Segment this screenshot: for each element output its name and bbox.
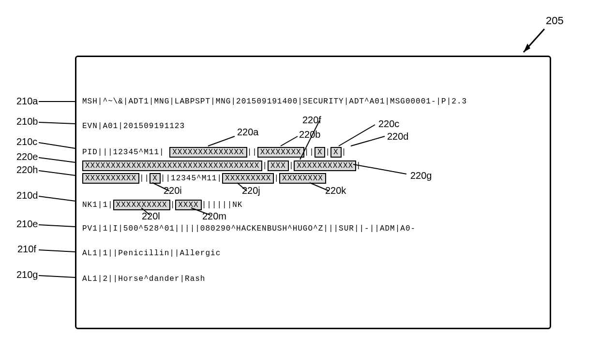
h-sep-1: || xyxy=(139,174,150,183)
redaction-220g: XXXXXXXXXXX xyxy=(294,160,356,171)
h-sep-3: | xyxy=(274,174,279,183)
leader-210a xyxy=(39,100,77,103)
seg-pid-cont2: XXXXXXXXXX||X||12345^M11|XXXXXXXXX|XXXXX… xyxy=(82,173,326,184)
redaction-220i: X xyxy=(150,173,161,184)
label-220f: 220f xyxy=(302,115,321,126)
seg-pv1: PV1|1|I|500^528^01|||||080290^HACKENBUSH… xyxy=(82,224,416,233)
label-220c: 220c xyxy=(378,118,399,130)
label-220g: 220g xyxy=(410,170,432,181)
message-frame: MSH|^~\&|ADT1|MNG|LABPSPT|MNG|2015091914… xyxy=(75,56,551,329)
redaction-220j: XXXXXXXXX xyxy=(222,173,274,184)
redaction-220l: XXXXXXXXXX xyxy=(113,200,170,210)
redaction-220e: XXXXXXXXXXXXXXXXXXXXXXXXXXXXXXXXXX xyxy=(82,160,262,171)
label-210f: 210f xyxy=(17,244,36,255)
redaction-220b: XXXXXXXX xyxy=(257,147,304,158)
nk-sep-1: | xyxy=(170,201,176,209)
redaction-220c: X xyxy=(315,147,326,158)
label-220d: 220d xyxy=(387,131,409,142)
label-220h: 220h xyxy=(16,164,38,175)
leader-210f xyxy=(39,248,77,254)
seg-pid-cont1: XXXXXXXXXXXXXXXXXXXXXXXXXXXXXXXXXX|XXX|X… xyxy=(82,160,361,171)
label-220b: 220b xyxy=(299,129,321,140)
label-210e: 210e xyxy=(16,218,38,230)
e-sep-1: | xyxy=(262,161,268,170)
seg-pid: PID|||12345^M11| XXXXXXXXXXXXXX||XXXXXXX… xyxy=(82,147,346,158)
label-220j: 220j xyxy=(242,185,260,196)
redaction-220f: XXX xyxy=(268,160,289,171)
leader-210e xyxy=(39,223,77,229)
e-sep-3: | xyxy=(356,161,361,170)
label-220m: 220m xyxy=(202,211,226,222)
label-220i: 220i xyxy=(164,185,182,196)
redaction-220m: XXXX xyxy=(175,200,201,210)
seg-al1-2: AL1|2||Horse^dander|Rash xyxy=(82,275,205,283)
leader-210g xyxy=(39,274,77,279)
e-sep-2: | xyxy=(289,161,294,170)
label-210g: 210g xyxy=(16,269,38,280)
label-210c: 210c xyxy=(16,136,37,147)
redaction-220a: XXXXXXXXXXXXXX xyxy=(169,147,247,158)
label-210d: 210d xyxy=(16,190,38,201)
figure-ref-arrow xyxy=(518,24,552,58)
redaction-220d: X xyxy=(330,147,342,158)
label-220a: 220a xyxy=(237,127,259,138)
pid-sep-3: | xyxy=(325,148,330,157)
pid-prefix: PID|||12345^M11| xyxy=(82,148,165,157)
h-sep-2: ||12345^M11| xyxy=(161,174,222,183)
seg-al1-1: AL1|1||Penicillin||Allergic xyxy=(82,249,221,258)
label-210a: 210a xyxy=(16,96,38,107)
seg-nk1: NK1|1|XXXXXXXXXX|XXXX||||||NK xyxy=(82,200,242,210)
label-210b: 210b xyxy=(16,116,38,127)
leader-210c xyxy=(39,141,77,150)
pid-sep-4: | xyxy=(342,148,347,157)
label-220l: 220l xyxy=(142,211,160,222)
leader-220h xyxy=(39,169,77,177)
leader-210b xyxy=(39,120,77,125)
nk-post: ||||||NK xyxy=(202,201,243,209)
seg-evn: EVN|A01|201509191123 xyxy=(82,122,185,131)
redaction-220h: XXXXXXXXXX xyxy=(82,173,139,184)
nk-prefix: NK1|1| xyxy=(82,201,113,209)
label-220e: 220e xyxy=(16,151,38,162)
leader-220e xyxy=(39,156,77,164)
pid-sep-2: || xyxy=(304,148,315,157)
seg-msh: MSH|^~\&|ADT1|MNG|LABPSPT|MNG|2015091914… xyxy=(82,97,467,106)
leader-210d xyxy=(39,194,77,203)
pid-sep-1: || xyxy=(247,148,257,157)
label-220k: 220k xyxy=(325,185,346,196)
redaction-220k: XXXXXXXX xyxy=(279,173,326,184)
